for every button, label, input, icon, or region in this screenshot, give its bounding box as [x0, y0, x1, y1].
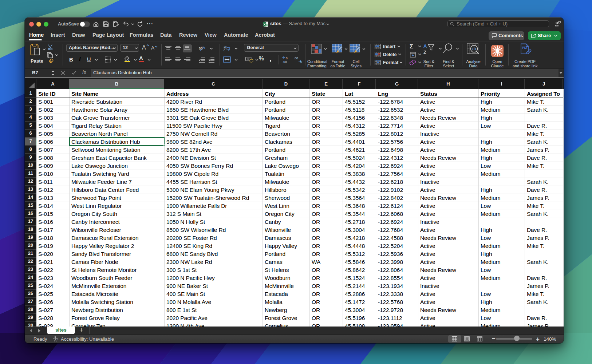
- svg-text:0: 0: [300, 60, 302, 63]
- svg-text:.00: .00: [283, 60, 287, 63]
- svg-text:ab: ab: [199, 46, 203, 50]
- svg-text:.00: .00: [294, 56, 298, 60]
- svg-text:?: ?: [57, 338, 59, 341]
- svg-text:c: c: [224, 48, 225, 52]
- svg-text:A: A: [423, 43, 427, 49]
- svg-text:PDF: PDF: [522, 46, 528, 50]
- svg-text:0: 0: [286, 56, 288, 60]
- svg-text:Z: Z: [423, 50, 426, 55]
